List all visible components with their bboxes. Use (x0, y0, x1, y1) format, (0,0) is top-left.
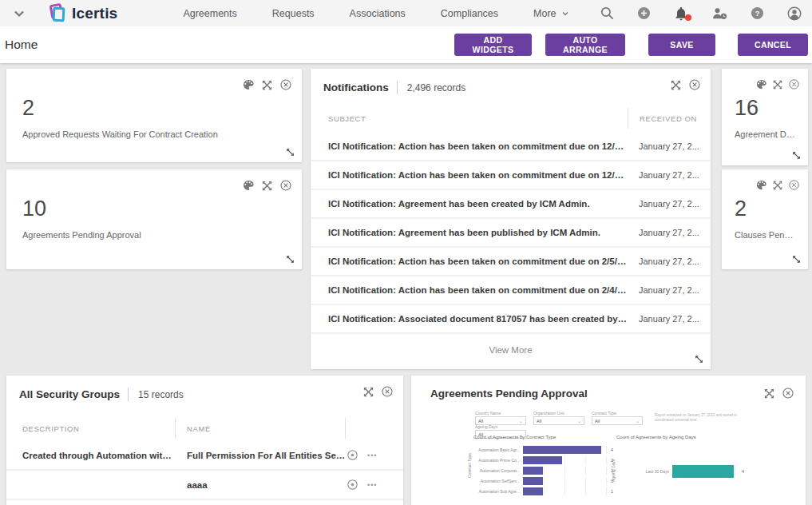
bar-category: Automation Corporat... (473, 468, 520, 473)
nav-item-associations[interactable]: Associations (350, 8, 406, 19)
notification-row[interactable]: ICI Notification: Agreement has been cre… (311, 190, 711, 219)
notifications-list: ICI Notification: Action has been taken … (311, 133, 711, 334)
more-actions-icon[interactable]: ••• (367, 451, 377, 459)
slicer-label: Organization Unit (533, 411, 584, 416)
save-button[interactable]: SAVE (648, 34, 715, 56)
bar (672, 465, 734, 478)
close-icon[interactable] (279, 78, 292, 91)
security-group-row[interactable]: aaaa ••• (6, 471, 403, 500)
close-icon[interactable] (381, 385, 394, 398)
title-divider (397, 81, 398, 94)
search-icon[interactable] (600, 6, 615, 21)
widget-approved-requests: 2 Approved Requests Waiting For Contract… (6, 69, 302, 162)
security-groups-table-header: DESCRIPTION NAME (6, 416, 403, 441)
security-group-row[interactable]: Created through Automation with F... Ful… (6, 441, 403, 471)
collapse-chevron-down-icon[interactable] (11, 6, 27, 22)
close-icon[interactable] (788, 78, 800, 90)
notification-received-on: January 27, 2... (628, 228, 711, 237)
palette-icon[interactable] (755, 179, 767, 191)
svg-text:?: ? (755, 9, 759, 18)
resize-handle-icon[interactable] (791, 254, 802, 264)
nav-icon-group: ? (600, 6, 802, 22)
widget-agreements-pending-approval-report: Agreements Pending Approval Country Name… (411, 376, 806, 505)
chart-count-by-contract-type: Count of Agreements by Contract Type Aut… (473, 435, 627, 498)
close-icon[interactable] (279, 179, 292, 192)
records-count: 15 records (138, 389, 184, 400)
nav-item-compliances[interactable]: Compliances (441, 8, 498, 19)
notification-subject: ICI Notification: Action has been taken … (311, 170, 628, 180)
notification-subject: ICI Notification: Agreement has been pub… (311, 228, 628, 237)
nav-item-requests[interactable]: Requests (272, 8, 315, 19)
palette-icon[interactable] (242, 78, 255, 91)
move-icon[interactable] (772, 180, 783, 191)
move-icon[interactable] (670, 79, 682, 91)
add-widgets-button[interactable]: ADD WIDGETS (454, 34, 532, 56)
bar (523, 467, 543, 475)
delegate-user-icon[interactable] (711, 6, 728, 22)
y-axis-label: Contract Type (467, 453, 472, 478)
move-icon[interactable] (772, 79, 783, 90)
slicer-organization-unit: Organization Unit All⌄ (533, 411, 584, 425)
row-actions: ••• (346, 478, 403, 491)
resize-handle-icon[interactable] (791, 150, 802, 161)
page-title: Home (5, 38, 38, 52)
auto-arrange-button[interactable]: AUTO ARRANGE (545, 34, 625, 56)
cancel-button[interactable]: CANCEL (738, 34, 808, 56)
move-icon[interactable] (261, 79, 273, 91)
add-icon[interactable] (636, 6, 652, 21)
icertis-logo-icon (48, 3, 69, 24)
notifications-bell-icon[interactable] (673, 6, 689, 22)
slicer-value: All (478, 419, 483, 423)
notification-received-on: January 27, 2... (628, 199, 711, 209)
close-icon[interactable] (788, 179, 800, 191)
widget-clauses-pending: 2 Clauses Pendi... (722, 169, 808, 269)
report-disclaimer: Report extracted on January 27, 2021 and… (655, 413, 747, 423)
bar-category: Automation SelfServ... (473, 479, 520, 483)
page-header: Home ADD WIDGETS AUTO ARRANGE SAVE CANCE… (0, 26, 812, 63)
slicer-dropdown[interactable]: All⌄ (533, 416, 584, 425)
slicer-contract-type: Contract Type All⌄ (592, 411, 643, 425)
palette-icon[interactable] (242, 179, 255, 192)
slicer-value: All (537, 419, 541, 423)
notification-row[interactable]: ICI Notification: Agreement has been pub… (311, 219, 711, 248)
palette-icon[interactable] (755, 78, 767, 90)
more-actions-icon[interactable]: ••• (367, 481, 377, 489)
move-icon[interactable] (261, 180, 273, 192)
notification-row[interactable]: ICI Notification: Action has been taken … (311, 248, 711, 276)
slicer-dropdown[interactable]: All⌄ (592, 416, 643, 425)
chart-title: Count of Agreements by Contract Type (473, 435, 627, 439)
kpi-label: Agreements Pending Approval (22, 230, 291, 240)
notification-row[interactable]: ICI Notification: Associated document 81… (311, 305, 711, 334)
slicer-label: Contract Type (592, 411, 643, 416)
profile-icon[interactable] (786, 6, 802, 22)
notification-subject: ICI Notification: Action has been taken … (311, 141, 628, 151)
nav-item-more[interactable]: More (533, 8, 569, 19)
view-more-link[interactable]: View More (311, 345, 711, 355)
close-icon[interactable] (688, 78, 701, 91)
kpi-label: Clauses Pendi... (735, 230, 797, 240)
bar (523, 456, 562, 464)
close-icon[interactable] (782, 387, 794, 400)
notification-row[interactable]: ICI Notification: Action has been taken … (311, 161, 711, 190)
resize-handle-icon[interactable] (285, 254, 295, 264)
notification-received-on: January 27, 2... (628, 170, 711, 180)
resize-handle-icon[interactable] (694, 354, 704, 364)
kpi-label: Approved Requests Waiting For Contract C… (22, 129, 291, 139)
notifications-table-header: SUBJECT RECEIVED ON (311, 105, 711, 131)
bar-category: Automation Prime Co... (473, 458, 520, 463)
notification-row[interactable]: ICI Notification: Action has been taken … (311, 133, 711, 161)
nav-item-agreements[interactable]: Agreements (183, 8, 236, 19)
move-icon[interactable] (362, 386, 374, 398)
move-icon[interactable] (763, 388, 775, 400)
resize-handle-icon[interactable] (285, 147, 295, 157)
help-icon[interactable]: ? (750, 6, 765, 21)
chart-title: Count of Agreements by Ageing Days (616, 435, 760, 439)
notification-row[interactable]: ICI Notification: Action has been taken … (311, 276, 711, 305)
view-eye-icon[interactable] (346, 478, 359, 491)
bar-row: Automation Basic Agr... 4 (473, 446, 627, 454)
security-group-description: Created through Automation with F... (6, 451, 176, 460)
view-eye-icon[interactable] (346, 448, 359, 462)
icertis-logo[interactable]: Icertis (48, 3, 117, 24)
slicer-country-name: Country Name All⌄ (475, 411, 526, 425)
notification-received-on: January 27, 2... (628, 285, 711, 295)
